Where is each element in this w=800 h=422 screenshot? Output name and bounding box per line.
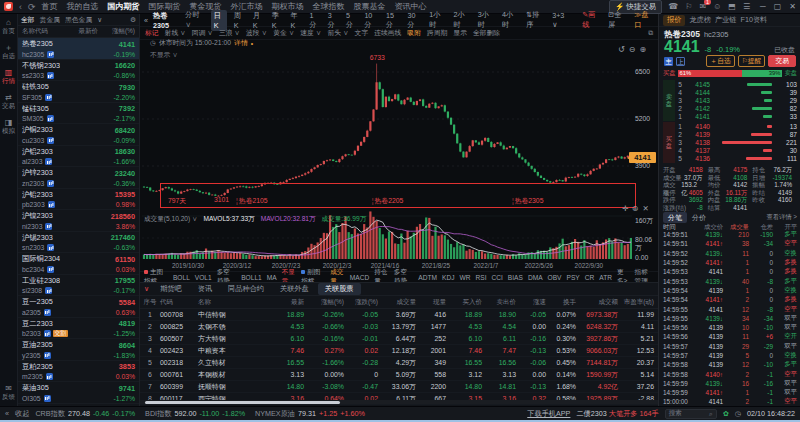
watchlist-row-OI305[interactable]: 菜油3059741OI305-1.27%	[18, 382, 139, 404]
watchlist-row-si2308[interactable]: 工业硅230817955si2308-0.17%	[18, 275, 139, 297]
col-chg-pct[interactable]: 涨幅(%)	[112, 27, 135, 36]
collapse-sidebar-icon[interactable]: «	[144, 16, 148, 25]
stock-row-002318[interactable]: 5002318久立特材16.55-1.66%-0.284.29万34916.55…	[140, 357, 658, 369]
rail-item-模拟[interactable]: ◨模拟	[2, 118, 15, 134]
data-chart-icon[interactable]	[46, 373, 53, 380]
stock-col-市盈率(动)[interactable]: 市盈率(动)	[622, 298, 658, 307]
bottom-tab-期货吧[interactable]: 期货吧	[153, 283, 189, 295]
rail-item-自选[interactable]: ＋自选	[2, 43, 15, 59]
sub-indicator-BIAS[interactable]: BIAS	[508, 274, 523, 281]
data-chart-icon[interactable]	[47, 51, 54, 58]
sub-indicator-PSY[interactable]: PSY	[566, 274, 579, 281]
tick-row[interactable]: 14:59:524141↑10多换	[663, 258, 797, 267]
rail-item-行情[interactable]: ▥行情	[2, 68, 15, 84]
minimize-icon[interactable]: ─	[760, 2, 766, 11]
sub-indicator-KDJ[interactable]: KDJ	[442, 274, 454, 281]
watchlist-row-pb2303[interactable]: 沪铅230315395pb23030.98%	[18, 189, 139, 211]
add-watchlist-button[interactable]: ＋自选	[706, 55, 734, 67]
user-icon[interactable]: ☺	[713, 2, 721, 11]
notice-detail-link[interactable]: 详情	[234, 38, 248, 48]
menu-icon[interactable]: ☰	[743, 2, 750, 11]
search-input[interactable]: 搜索⌕	[665, 409, 717, 419]
watchlist-row-y2305[interactable]: 豆油23058604y2305-1.83%	[18, 339, 139, 361]
data-chart-icon[interactable]	[45, 158, 52, 165]
data-chart-icon[interactable]	[44, 395, 51, 402]
tick-row[interactable]: 14:59:53414110多换	[663, 267, 797, 276]
chevron-down-icon[interactable]: ∨	[97, 16, 102, 24]
nav-tab-1[interactable]: 我的自选	[67, 1, 99, 12]
stock-row-002423[interactable]: 4002423中粮资本7.460.27%0.0212.18万20017.467.…	[140, 345, 658, 357]
theme-icon[interactable]: ⬒	[728, 2, 736, 11]
col-name-code[interactable]: 名称代码	[22, 27, 48, 36]
sub-indicator-ATR[interactable]: ATR	[599, 274, 612, 281]
stock-col-最新[interactable]: 最新	[260, 298, 308, 307]
sub-indicator-RSI[interactable]: RSI	[476, 274, 487, 281]
col-last-price[interactable]: 最新价	[78, 27, 98, 36]
draw-tool-显示[interactable]: 显示	[453, 28, 467, 38]
volume-indicator-select[interactable]: 成交量(5,10,20) ∨	[144, 215, 198, 224]
draw-tool-箭头[interactable]: 箭头 ∨	[327, 28, 348, 38]
draw-tool-吸附[interactable]: 吸附	[407, 28, 421, 38]
depth-level-4142[interactable]: 2414282	[675, 105, 797, 113]
scrollbar-thumb[interactable]	[145, 401, 340, 404]
quote-tab-F10资料[interactable]: F10资料	[741, 15, 768, 25]
alert-button[interactable]: ⚐提醒	[738, 55, 766, 67]
zoom-in-icon[interactable]: ⊕	[639, 45, 646, 54]
nav-tab-2[interactable]: 国内期货	[108, 1, 140, 12]
main-indicator-BOLL[interactable]: BOLL	[173, 274, 190, 281]
tick-row[interactable]: 14:59:514139↓210-190多平	[663, 230, 797, 239]
tick-row[interactable]: 14:59:56413911+6空开	[663, 332, 797, 341]
draw-tool-跨周期[interactable]: 跨周期	[427, 28, 447, 38]
watchlist-row-hc2305[interactable]: 热卷23054141hc2305-0.19%	[18, 38, 139, 60]
data-chart-icon[interactable]	[47, 180, 54, 187]
draw-tool-连续画线[interactable]: 连续画线	[374, 28, 401, 38]
tick-row[interactable]: 14:59:54413910空换	[663, 286, 797, 295]
bottom-tab-资讯[interactable]: 资讯	[191, 283, 219, 295]
quote-tab-龙虎榜[interactable]: 龙虎榜	[689, 15, 711, 25]
download-app-link[interactable]: 下载手机APP	[527, 409, 570, 419]
stock-col-现量[interactable]: 现量	[420, 298, 450, 307]
watchlist-row-sn2303[interactable]: 沪锡2303217460sn2303-0.63%	[18, 232, 139, 254]
data-chart-icon[interactable]	[45, 223, 52, 230]
data-chart-icon[interactable]	[45, 287, 52, 294]
app-logo-icon[interactable]	[4, 2, 13, 11]
close-icon[interactable]: ✕	[789, 2, 796, 11]
tick-row[interactable]: 14:59:56413910-10双平	[663, 323, 797, 332]
hide-notice-toggle[interactable]: 不显示 ∨	[150, 50, 178, 60]
category-tab-1[interactable]: 贵金属	[40, 15, 60, 25]
depth-level-4140[interactable]: 1414013	[675, 122, 797, 130]
zoom-out-icon[interactable]: ⊖	[629, 45, 636, 54]
collapse-label[interactable]: 收起	[15, 409, 29, 419]
tick-row[interactable]: 14:59:57413929-29双平	[663, 342, 797, 351]
stock-col-涨跌(%)[interactable]: 涨跌(%)	[348, 298, 382, 307]
draw-tool-文字[interactable]: 文字	[355, 28, 369, 38]
gear-icon[interactable]: ⚙	[130, 16, 136, 24]
draw-tool-波段[interactable]: 波段 ∨	[246, 28, 267, 38]
watchlist-row-SM305[interactable]: 锰硅3057392SM305-2.17%	[18, 103, 139, 125]
stock-col-成交额[interactable]: 成交额	[580, 298, 622, 307]
data-chart-icon[interactable]	[48, 201, 55, 208]
horizontal-scrollbar[interactable]	[140, 400, 658, 404]
depth-level-4137[interactable]: 4413730	[675, 147, 797, 155]
depth-level-4143[interactable]: 3414329	[675, 96, 797, 104]
watchlist-row-a2305[interactable]: 豆一23055584a23050.63%	[18, 296, 139, 318]
main-indicator-VOL1[interactable]: VOL1	[195, 274, 212, 281]
data-chart-icon[interactable]	[47, 72, 54, 79]
brush-icon[interactable]: ⊜	[632, 204, 638, 213]
close-pane-icon[interactable]: ✕	[643, 204, 649, 213]
sub-indicator-OBV[interactable]: OBV	[548, 274, 562, 281]
data-chart-icon[interactable]	[44, 309, 51, 316]
category-tab-0[interactable]: 全部	[21, 15, 35, 25]
sub-indicator-DMA[interactable]: DMA	[528, 274, 543, 281]
data-chart-icon[interactable]	[47, 137, 54, 144]
watchlist-row-bc2304[interactable]: 国际铜230461150bc23040.03%	[18, 253, 139, 275]
data-chart-icon[interactable]	[47, 115, 54, 122]
tick-row[interactable]: 14:59:594141↑1-1双平	[663, 388, 797, 397]
bottom-tab-同品种合约[interactable]: 同品种合约	[221, 283, 271, 295]
message-icon[interactable]: ✉1	[699, 2, 706, 11]
quote-tab-报价[interactable]: 报价	[663, 15, 685, 26]
depth-level-4138[interactable]: 34138221	[675, 138, 797, 146]
alert-bell-icon[interactable]: ⚐	[685, 2, 692, 11]
watchlist-row-b2303[interactable]: 豆二23034819b2303交割-1.25%	[18, 318, 139, 340]
stock-col-代码[interactable]: 代码	[160, 298, 198, 307]
